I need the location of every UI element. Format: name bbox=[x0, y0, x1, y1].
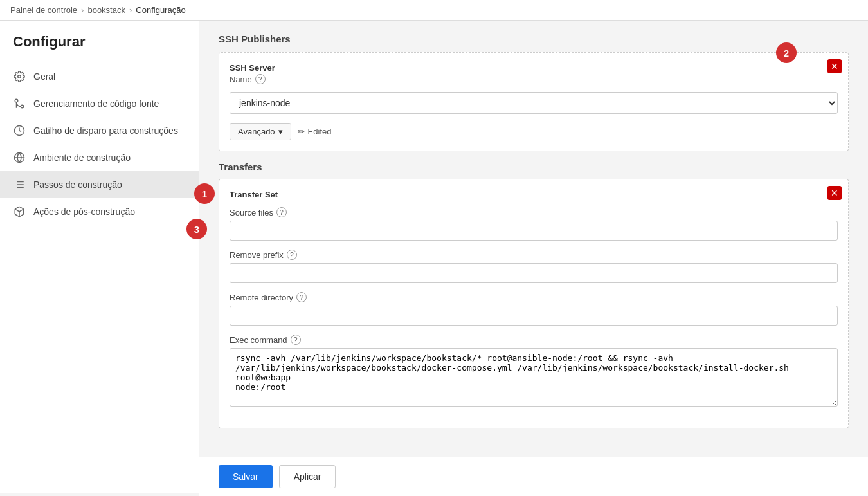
git-icon bbox=[13, 97, 26, 110]
exec-command-help-icon[interactable]: ? bbox=[291, 335, 301, 345]
exec-command-textarea[interactable]: rsync -avh /var/lib/jenkins/workspace/bo… bbox=[230, 348, 838, 407]
globe-icon bbox=[13, 151, 26, 164]
sidebar-item-ambiente-label: Ambiente de construção bbox=[33, 152, 131, 163]
box-icon bbox=[13, 205, 26, 218]
edited-label: ✏ Edited bbox=[298, 127, 332, 136]
breadcrumb: Painel de controle › bookstack › Configu… bbox=[0, 0, 868, 21]
ssh-server-select[interactable]: jenkins-node bbox=[230, 92, 838, 114]
annotation-2: 2 bbox=[776, 42, 797, 63]
remote-directory-label: Remote directory ? bbox=[230, 292, 838, 302]
sidebar-item-geral[interactable]: Geral bbox=[0, 63, 199, 90]
remote-directory-group: Remote directory ? bbox=[230, 292, 838, 326]
content-area: SSH Publishers 2 ✕ SSH Server Name ? jen… bbox=[199, 21, 868, 493]
ssh-server-name-label: Name ? bbox=[230, 74, 838, 84]
source-files-input[interactable] bbox=[230, 221, 838, 241]
sidebar-item-gerenciamento[interactable]: Gerenciamento de código fonte bbox=[0, 90, 199, 117]
ssh-server-label: SSH Server bbox=[230, 63, 838, 73]
remove-prefix-input[interactable] bbox=[230, 263, 838, 283]
svg-point-2 bbox=[15, 99, 18, 102]
bottom-bar: Salvar Aplicar bbox=[199, 457, 868, 493]
sidebar-item-gatilho[interactable]: Gatilho de disparo para construções bbox=[0, 117, 199, 144]
remove-prefix-label: Remove prefix ? bbox=[230, 250, 838, 260]
save-button[interactable]: Salvar bbox=[219, 465, 273, 488]
sidebar: Configurar Geral Gerenciamento de código… bbox=[0, 21, 199, 493]
svg-point-0 bbox=[18, 75, 21, 78]
chevron-down-icon: ▾ bbox=[278, 127, 283, 136]
apply-button[interactable]: Aplicar bbox=[279, 465, 336, 488]
breadcrumb-bookstack[interactable]: bookstack bbox=[87, 5, 125, 15]
source-files-help-icon[interactable]: ? bbox=[276, 207, 287, 217]
remove-prefix-help-icon[interactable]: ? bbox=[287, 250, 297, 260]
gear-icon bbox=[13, 70, 26, 83]
breadcrumb-sep-2: › bbox=[129, 5, 132, 15]
ssh-server-card: 2 ✕ SSH Server Name ? jenkins-node Avanç… bbox=[219, 52, 849, 151]
sidebar-item-acoes[interactable]: Ações de pós-construção bbox=[0, 198, 199, 225]
remove-prefix-group: Remove prefix ? bbox=[230, 250, 838, 283]
sidebar-item-ambiente[interactable]: Ambiente de construção bbox=[0, 144, 199, 171]
transfer-set-title: Transfer Set bbox=[230, 190, 838, 199]
breadcrumb-home[interactable]: Painel de controle bbox=[10, 5, 77, 15]
sidebar-item-passos-label: Passos de construção bbox=[33, 179, 122, 190]
sidebar-item-gatilho-label: Gatilho de disparo para construções bbox=[33, 125, 178, 136]
sidebar-item-geral-label: Geral bbox=[33, 71, 55, 82]
advanced-button-label: Avançado bbox=[238, 127, 275, 136]
sidebar-item-passos[interactable]: Passos de construção bbox=[0, 171, 199, 198]
transfer-set-close-button[interactable]: ✕ bbox=[827, 186, 842, 200]
transfer-set-card: ✕ Transfer Set Source files ? Remove pre… bbox=[219, 179, 849, 428]
advanced-row: Avançado ▾ ✏ Edited bbox=[230, 123, 838, 140]
page-title: Configurar bbox=[0, 33, 199, 63]
breadcrumb-sep-1: › bbox=[81, 5, 84, 15]
ssh-publishers-title: SSH Publishers bbox=[219, 33, 849, 44]
exec-command-group: Exec command ? rsync -avh /var/lib/jenki… bbox=[230, 335, 838, 409]
advanced-button[interactable]: Avançado ▾ bbox=[230, 123, 291, 140]
ssh-server-close-button[interactable]: ✕ bbox=[827, 59, 842, 73]
name-help-icon[interactable]: ? bbox=[255, 74, 266, 84]
list-icon bbox=[13, 178, 26, 191]
clock-icon bbox=[13, 124, 26, 137]
remote-directory-input[interactable] bbox=[230, 306, 838, 326]
breadcrumb-current: Configuração bbox=[136, 5, 185, 15]
source-files-label: Source files ? bbox=[230, 207, 838, 217]
source-files-group: Source files ? bbox=[230, 207, 838, 241]
exec-command-label: Exec command ? bbox=[230, 335, 838, 345]
transfers-title: Transfers bbox=[219, 161, 849, 172]
sidebar-item-acoes-label: Ações de pós-construção bbox=[33, 207, 135, 217]
pencil-icon: ✏ bbox=[298, 127, 305, 136]
sidebar-item-gerenciamento-label: Gerenciamento de código fonte bbox=[33, 98, 159, 109]
remote-directory-help-icon[interactable]: ? bbox=[296, 292, 307, 302]
svg-point-1 bbox=[21, 105, 24, 108]
